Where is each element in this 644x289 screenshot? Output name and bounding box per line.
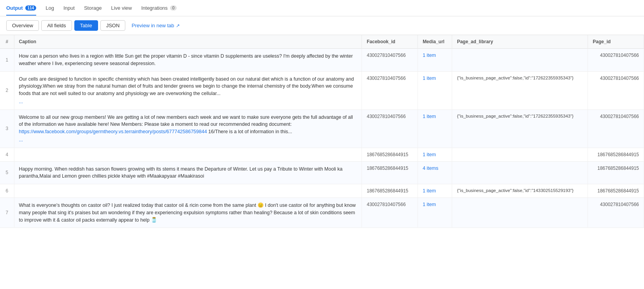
row-caption: [14, 184, 362, 198]
row-media-url[interactable]: 1 item: [418, 198, 452, 228]
caption-more[interactable]: ...: [19, 136, 357, 144]
row-caption: What is everyone's thoughts on castor oi…: [14, 198, 362, 228]
row-caption: How can a person who lives in a region w…: [14, 49, 362, 72]
tab-liveview[interactable]: Live view: [111, 1, 132, 16]
row-facebook-id: 1867685286844915: [362, 148, 418, 161]
row-number: 1: [0, 49, 14, 72]
row-number: 2: [0, 71, 14, 109]
row-media-url[interactable]: 4 items: [418, 161, 452, 184]
row-caption: Happy morning. When reddish has sarson f…: [14, 161, 362, 184]
row-caption: Our cells are designed to function in sp…: [14, 71, 362, 109]
table-row: 3Welcome to all our new group members! W…: [0, 109, 644, 148]
col-num: #: [0, 35, 14, 49]
row-media-url[interactable]: 1 item: [418, 109, 452, 148]
row-number: 3: [0, 109, 14, 148]
table-row: 7What is everyone's thoughts on castor o…: [0, 198, 644, 228]
table-container: # Caption Facebook_id Media_url Page_ad_…: [0, 35, 644, 289]
caption-more[interactable]: ...: [19, 98, 357, 106]
allfields-button[interactable]: All fields: [41, 20, 72, 31]
row-page-ad-library: [452, 198, 588, 228]
row-page-ad-library: [452, 148, 588, 161]
row-media-url[interactable]: 1 item: [418, 49, 452, 72]
tab-log[interactable]: Log: [46, 1, 54, 16]
row-page-ad-library: [452, 49, 588, 72]
top-nav: Output 114 Log Input Storage Live view I…: [0, 0, 644, 16]
row-facebook-id: 430027810407566: [362, 198, 418, 228]
table-row: 418676852868449151 item1867685286844915: [0, 148, 644, 161]
row-page-id: 1867685286844915: [588, 184, 644, 198]
row-facebook-id: 1867685286844915: [362, 161, 418, 184]
row-facebook-id: 1867685286844915: [362, 184, 418, 198]
row-facebook-id: 430027810407566: [362, 71, 418, 109]
table-row: 5Happy morning. When reddish has sarson …: [0, 161, 644, 184]
row-page-ad-library: {"is_business_page_active":false,"id":"1…: [452, 184, 588, 198]
row-media-url[interactable]: 1 item: [418, 148, 452, 161]
table-row: 1How can a person who lives in a region …: [0, 49, 644, 72]
col-page-id: Page_id: [588, 35, 644, 49]
row-caption: [14, 148, 362, 161]
tab-integrations[interactable]: Integrations 0: [141, 1, 177, 16]
col-facebook-id: Facebook_id: [362, 35, 418, 49]
row-number: 7: [0, 198, 14, 228]
row-number: 6: [0, 184, 14, 198]
row-page-ad-library: {"is_business_page_active":false,"id":"1…: [452, 71, 588, 109]
row-media-url[interactable]: 1 item: [418, 71, 452, 109]
json-button[interactable]: JSON: [100, 20, 126, 31]
row-number: 5: [0, 161, 14, 184]
col-caption: Caption: [14, 35, 362, 49]
row-page-id: 430027810407566: [588, 71, 644, 109]
row-facebook-id: 430027810407566: [362, 49, 418, 72]
row-page-id: 1867685286844915: [588, 148, 644, 161]
row-page-id: 430027810407566: [588, 49, 644, 72]
tab-output[interactable]: Output 114: [6, 1, 36, 16]
row-page-id: 430027810407566: [588, 109, 644, 148]
tab-storage[interactable]: Storage: [84, 1, 102, 16]
table-button[interactable]: Table: [74, 20, 98, 31]
toolbar: Overview All fields Table JSON Preview i…: [0, 16, 644, 35]
col-media-url: Media_url: [418, 35, 452, 49]
preview-link[interactable]: Preview in new tab ↗: [132, 23, 180, 28]
row-caption: Welcome to all our new group members! We…: [14, 109, 362, 148]
table-header-row: # Caption Facebook_id Media_url Page_ad_…: [0, 35, 644, 49]
table-row: 2Our cells are designed to function in s…: [0, 71, 644, 109]
row-media-url[interactable]: 1 item: [418, 184, 452, 198]
row-number: 4: [0, 148, 14, 161]
row-page-id: 430027810407566: [588, 198, 644, 228]
results-table: # Caption Facebook_id Media_url Page_ad_…: [0, 35, 644, 228]
row-page-ad-library: [452, 161, 588, 184]
table-row: 618676852868449151 item{"is_business_pag…: [0, 184, 644, 198]
row-page-ad-library: {"is_business_page_active":false,"id":"1…: [452, 109, 588, 148]
tab-input[interactable]: Input: [63, 1, 75, 16]
overview-button[interactable]: Overview: [6, 20, 39, 31]
row-page-id: 1867685286844915: [588, 161, 644, 184]
row-facebook-id: 430027810407566: [362, 109, 418, 148]
col-page-ad-library: Page_ad_library: [452, 35, 588, 49]
external-link-icon: ↗: [176, 23, 180, 28]
